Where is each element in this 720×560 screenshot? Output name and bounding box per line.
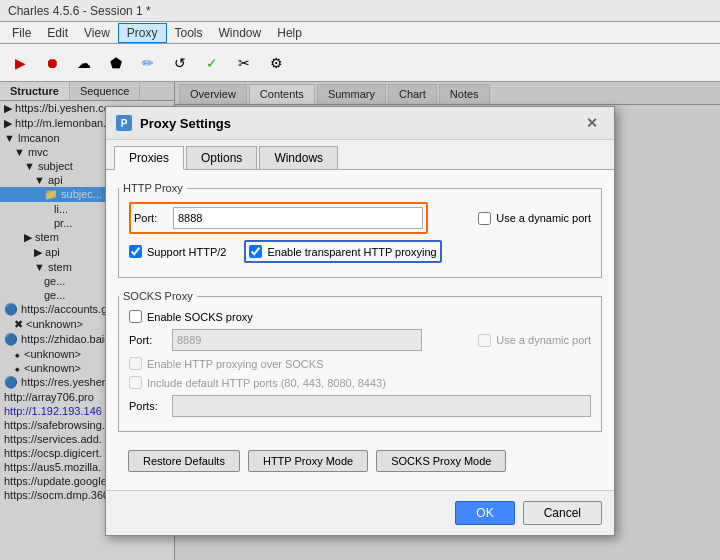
socks-ports-row: Ports: (129, 395, 591, 417)
enable-socks-row: Enable SOCKS proxy (129, 310, 591, 323)
toolbar-compose-btn[interactable]: ↺ (166, 49, 194, 77)
socks-port-row: Port: Use a dynamic port (129, 329, 591, 351)
use-dynamic-port-label: Use a dynamic port (496, 212, 591, 224)
socks-dynamic-port-label: Use a dynamic port (496, 334, 591, 346)
socks-proxy-legend: SOCKS Proxy (119, 290, 197, 302)
http-over-socks-label: Enable HTTP proxying over SOCKS (147, 358, 323, 370)
menu-file[interactable]: File (4, 24, 39, 42)
modal-overlay: P Proxy Settings ✕ Proxies Options Windo… (0, 82, 720, 560)
socks-port-label: Port: (129, 334, 164, 346)
dialog-title-left: P Proxy Settings (116, 115, 231, 131)
bottom-buttons: Restore Defaults HTTP Proxy Mode SOCKS P… (118, 444, 602, 478)
toolbar-edit-btn[interactable]: ✏ (134, 49, 162, 77)
menu-window[interactable]: Window (211, 24, 270, 42)
socks-proxy-mode-button[interactable]: SOCKS Proxy Mode (376, 450, 506, 472)
support-http2-row: Support HTTP/2 (129, 245, 226, 258)
port-highlight: Port: (129, 202, 428, 234)
support-http2-label: Support HTTP/2 (147, 246, 226, 258)
menu-edit[interactable]: Edit (39, 24, 76, 42)
toolbar: ▶ ⏺ ☁ ⬟ ✏ ↺ ✓ ✂ ⚙ (0, 44, 720, 82)
title-bar: Charles 4.5.6 - Session 1 * (0, 0, 720, 22)
dialog-footer: OK Cancel (106, 490, 614, 535)
dialog-title-bar: P Proxy Settings ✕ (106, 107, 614, 140)
transparent-highlight: Enable transparent HTTP proxying (244, 240, 441, 263)
dialog-content: HTTP Proxy Port: Use a dynamic port (106, 169, 614, 490)
toolbar-cloud-btn[interactable]: ☁ (70, 49, 98, 77)
use-dynamic-port-row: Use a dynamic port (478, 212, 591, 225)
socks-proxy-fieldset: SOCKS Proxy Enable SOCKS proxy Port: (118, 290, 602, 432)
main-area: Structure Sequence ▶ https://bi.yeshen.c… (0, 82, 720, 560)
dialog-tab-options[interactable]: Options (186, 146, 257, 169)
http-port-input[interactable] (173, 207, 423, 229)
socks-dynamic-port-checkbox (478, 334, 491, 347)
support-http2-checkbox[interactable] (129, 245, 142, 258)
dialog-tab-windows[interactable]: Windows (259, 146, 338, 169)
http-over-socks-checkbox-row: Enable HTTP proxying over SOCKS (129, 357, 323, 370)
socks-ports-label: Ports: (129, 400, 164, 412)
enable-socks-checkbox-row: Enable SOCKS proxy (129, 310, 253, 323)
close-button[interactable]: ✕ (580, 113, 604, 133)
http-options-row: Support HTTP/2 Enable transparent HTTP p… (129, 240, 591, 263)
enable-transparent-checkbox[interactable] (249, 245, 262, 258)
http-port-row: Port: Use a dynamic port (129, 202, 591, 234)
http-proxy-body: Port: Use a dynamic port (119, 194, 601, 277)
menu-bar: File Edit View Proxy Tools Window Help (0, 22, 720, 44)
http-over-socks-row: Enable HTTP proxying over SOCKS (129, 357, 591, 370)
dialog-tab-proxies[interactable]: Proxies (114, 146, 184, 170)
menu-tools[interactable]: Tools (167, 24, 211, 42)
toolbar-settings-btn[interactable]: ⚙ (262, 49, 290, 77)
socks-proxy-body: Enable SOCKS proxy Port: Use a dynamic p… (119, 302, 601, 431)
socks-port-input (172, 329, 422, 351)
use-dynamic-port-checkbox[interactable] (478, 212, 491, 225)
include-default-ports-row: Include default HTTP ports (80, 443, 808… (129, 376, 591, 389)
dialog-icon: P (116, 115, 132, 131)
enable-socks-label: Enable SOCKS proxy (147, 311, 253, 323)
dialog-title-text: Proxy Settings (140, 116, 231, 131)
menu-proxy[interactable]: Proxy (118, 23, 167, 43)
proxy-settings-dialog: P Proxy Settings ✕ Proxies Options Windo… (105, 106, 615, 536)
http-proxy-fieldset: HTTP Proxy Port: Use a dynamic port (118, 182, 602, 278)
enable-transparent-row: Enable transparent HTTP proxying (249, 245, 436, 258)
include-default-checkbox (129, 376, 142, 389)
http-proxy-mode-button[interactable]: HTTP Proxy Mode (248, 450, 368, 472)
toolbar-tick-btn[interactable]: ✓ (198, 49, 226, 77)
http-over-socks-checkbox (129, 357, 142, 370)
http-port-label: Port: (134, 212, 169, 224)
menu-help[interactable]: Help (269, 24, 310, 42)
toolbar-record-btn[interactable]: ⏺ (38, 49, 66, 77)
toolbar-stop-btn[interactable]: ▶ (6, 49, 34, 77)
menu-view[interactable]: View (76, 24, 118, 42)
ok-button[interactable]: OK (455, 501, 514, 525)
toolbar-breakpoint-btn[interactable]: ⬟ (102, 49, 130, 77)
toolbar-tools-btn[interactable]: ✂ (230, 49, 258, 77)
cancel-button[interactable]: Cancel (523, 501, 602, 525)
include-default-checkbox-row: Include default HTTP ports (80, 443, 808… (129, 376, 386, 389)
socks-dynamic-port-row: Use a dynamic port (478, 334, 591, 347)
enable-socks-checkbox[interactable] (129, 310, 142, 323)
restore-defaults-button[interactable]: Restore Defaults (128, 450, 240, 472)
dialog-tabs: Proxies Options Windows (106, 140, 614, 169)
http-proxy-legend: HTTP Proxy (119, 182, 187, 194)
socks-ports-input (172, 395, 591, 417)
enable-transparent-label: Enable transparent HTTP proxying (267, 246, 436, 258)
include-default-label: Include default HTTP ports (80, 443, 808… (147, 377, 386, 389)
title-text: Charles 4.5.6 - Session 1 * (8, 4, 151, 18)
